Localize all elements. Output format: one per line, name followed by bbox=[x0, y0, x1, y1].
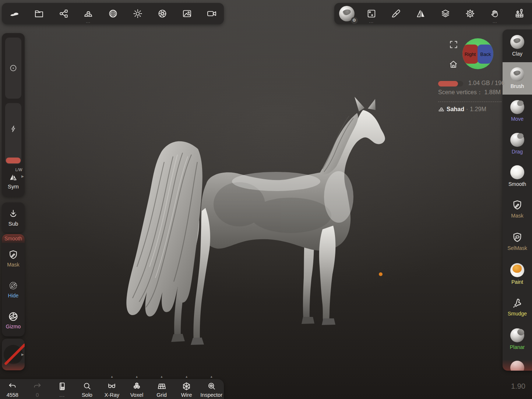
gizmo-face-back[interactable]: Back bbox=[478, 45, 493, 64]
gizmo-quick-tool[interactable]: Gizmo bbox=[2, 305, 25, 336]
nomad-logo-icon bbox=[9, 8, 20, 19]
fullscreen-button[interactable] bbox=[449, 40, 458, 49]
sym-toggle[interactable]: Sym bbox=[2, 183, 25, 190]
background-button[interactable] bbox=[178, 5, 196, 22]
tool-selmask[interactable]: SelMask bbox=[503, 225, 532, 258]
grid-label: Grid bbox=[156, 392, 166, 398]
debug-toolbox-button[interactable] bbox=[511, 5, 528, 22]
notes-more-dots: ... bbox=[59, 392, 65, 398]
solo-label: Solo bbox=[82, 392, 92, 398]
tool-drag[interactable]: Drag bbox=[503, 127, 532, 160]
zoom-level-value: 1.90 bbox=[511, 382, 525, 391]
tool-label: Mask bbox=[511, 213, 523, 219]
wire-caret[interactable]: ▲ bbox=[185, 375, 188, 378]
falloff-expand-caret[interactable]: ▶ bbox=[21, 353, 24, 356]
brush-sphere-icon bbox=[510, 67, 524, 81]
vertices-value: 1.88M bbox=[484, 89, 500, 95]
clay-sphere-icon bbox=[510, 35, 524, 49]
smooth-sphere-icon bbox=[510, 165, 524, 179]
inspector-caret[interactable]: ▲ bbox=[210, 375, 213, 378]
image-icon bbox=[182, 8, 192, 19]
voxel-caret[interactable]: ▲ bbox=[135, 375, 138, 378]
tool-paint[interactable]: Paint bbox=[503, 258, 532, 290]
tool-brush[interactable]: Brush bbox=[503, 62, 532, 95]
scene-graph-button[interactable] bbox=[55, 5, 73, 22]
gizmo-face-right[interactable]: Right bbox=[462, 45, 478, 64]
material-bars-button[interactable]: ... bbox=[80, 5, 97, 22]
radius-slider[interactable] bbox=[5, 38, 21, 99]
stamp-button[interactable]: ... bbox=[363, 5, 380, 22]
mask-quick-tool[interactable]: Mask bbox=[2, 243, 25, 274]
hide-label: Hide bbox=[8, 293, 19, 299]
settings-button[interactable] bbox=[461, 5, 479, 22]
sub-panel[interactable]: Sub bbox=[2, 202, 25, 233]
xray-button[interactable]: ▲ X-Ray bbox=[102, 379, 122, 399]
aperture-icon bbox=[157, 8, 168, 19]
tool-label: SelMask bbox=[507, 245, 527, 251]
tool-label: Smooth bbox=[508, 181, 526, 187]
tool-partial-next[interactable] bbox=[503, 356, 532, 371]
smooth-clipped-item[interactable]: Smooth bbox=[2, 234, 25, 243]
mask-shield-icon bbox=[8, 249, 19, 260]
glasses-icon bbox=[107, 381, 117, 391]
tool-clay[interactable]: Clay bbox=[503, 29, 532, 62]
gestures-button[interactable]: ... bbox=[486, 5, 504, 22]
topbar-right: ⚙ ... ... bbox=[334, 3, 532, 24]
view-orientation-gizmo[interactable]: Right Back bbox=[462, 38, 493, 69]
tool-move[interactable]: Move bbox=[503, 95, 532, 127]
grid-button[interactable]: ▲ Grid bbox=[151, 379, 172, 399]
inspector-button[interactable]: ▲ Inspector bbox=[201, 379, 222, 399]
sym-expand-caret[interactable]: ▶ bbox=[21, 174, 24, 178]
voxel-cubes-icon bbox=[132, 381, 142, 391]
matcap-button[interactable] bbox=[104, 5, 122, 22]
post-process-button[interactable] bbox=[154, 5, 171, 22]
reset-view-button[interactable] bbox=[448, 59, 458, 69]
brush-sliders-panel: L/W ▶ Sym bbox=[2, 33, 25, 197]
paintbrush-icon bbox=[391, 8, 401, 19]
sub-label: Sub bbox=[8, 220, 18, 227]
sun-icon bbox=[133, 8, 143, 19]
inspector-label: Inspector bbox=[200, 392, 222, 398]
tool-label: Brush bbox=[511, 83, 524, 89]
paint-tools-button[interactable] bbox=[387, 5, 405, 22]
symmetry-button[interactable] bbox=[412, 5, 430, 22]
toolbox-icon bbox=[514, 8, 525, 19]
grid-caret[interactable]: ▲ bbox=[160, 375, 163, 378]
gold-bars-icon bbox=[83, 8, 94, 19]
wire-button[interactable]: ▲ Wire bbox=[176, 379, 197, 399]
redo-icon bbox=[32, 381, 42, 391]
intensity-slider[interactable] bbox=[5, 103, 21, 164]
redo-count: 0 bbox=[36, 392, 39, 398]
redo-button[interactable]: 0 bbox=[27, 379, 47, 399]
tool-label: Drag bbox=[512, 149, 523, 155]
app-logo-button[interactable] bbox=[6, 5, 23, 22]
voxel-label: Voxel bbox=[130, 392, 143, 398]
gear-icon bbox=[465, 8, 475, 19]
topbar-left: ... bbox=[2, 3, 224, 24]
layers-button[interactable] bbox=[437, 5, 454, 22]
tool-planar[interactable]: Planar bbox=[503, 323, 532, 356]
material-settings-badge[interactable]: ⚙ bbox=[351, 17, 358, 24]
tool-mask[interactable]: Mask bbox=[503, 193, 532, 225]
planar-sphere-icon bbox=[510, 328, 524, 342]
hide-dots-icon bbox=[8, 280, 19, 291]
camera-button[interactable] bbox=[203, 5, 221, 22]
undo-button[interactable]: 4558 bbox=[2, 379, 23, 399]
mesh-list-item[interactable]: Sahad · 1.29M bbox=[438, 106, 486, 113]
tool-smooth[interactable]: Smooth bbox=[503, 160, 532, 193]
tool-label: Move bbox=[511, 116, 524, 122]
files-button[interactable] bbox=[30, 5, 48, 22]
memory-usage-text: 1.04 GB / 196 bbox=[468, 80, 505, 86]
notes-button[interactable]: ... bbox=[52, 379, 73, 399]
hide-quick-tool[interactable]: Hide bbox=[2, 274, 25, 305]
solo-button[interactable]: Solo bbox=[77, 379, 97, 399]
lighting-button[interactable] bbox=[129, 5, 147, 22]
tool-smudge[interactable]: Smudge bbox=[503, 290, 532, 323]
material-sphere-button[interactable]: ⚙ bbox=[338, 5, 356, 22]
falloff-panel[interactable]: ▶ bbox=[2, 339, 25, 370]
voxel-button[interactable]: ▲ Voxel bbox=[127, 379, 147, 399]
radius-icon bbox=[8, 63, 18, 73]
xray-caret[interactable]: ▲ bbox=[110, 375, 113, 378]
bottombar: 4558 0 ... Solo ▲ X-Ray ▲ bbox=[0, 379, 224, 399]
layers-icon bbox=[440, 8, 451, 19]
